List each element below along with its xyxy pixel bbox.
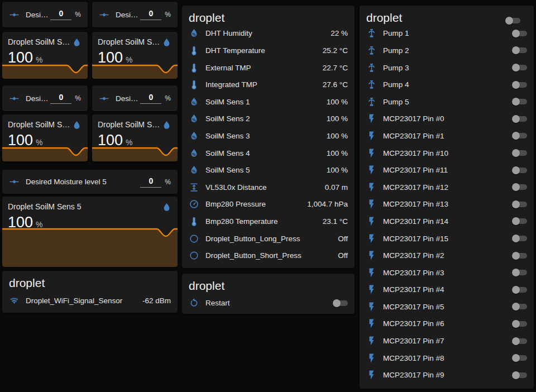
toggle-switch[interactable] [512,252,527,260]
toggle-switch[interactable] [512,46,527,54]
entity-row[interactable]: % SoilM Sens 2 100 % [182,111,355,128]
switch-row[interactable]: Pump 4 [360,76,534,93]
toggle-switch[interactable] [512,115,527,123]
card-title: droplet [366,11,402,25]
entity-row[interactable]: % SoilM Sens 4 100 % [182,145,355,162]
toggle-switch[interactable] [512,371,527,379]
entity-value: 1,004.7 hPa [307,200,348,208]
entity-label: Integrated TMP [205,80,318,89]
entity-row[interactable]: Droplet_Button_Long_Press Off [182,230,355,247]
switch-row[interactable]: MCP23017 Pin #5 [360,298,534,315]
entity-row[interactable]: % SoilM Sens 1 100 % [182,93,355,111]
toggle-switch[interactable] [512,235,527,242]
switch-row[interactable]: Pump 5 [360,93,534,111]
water-pump-icon [366,28,377,39]
entity-label: DHT Temperature [205,46,318,55]
toggle-switch[interactable] [512,354,527,362]
switch-row[interactable]: MCP23017 Pin #14 [360,213,534,230]
switch-row[interactable]: MCP23017 Pin #7 [360,332,534,350]
wifi-rows: Droplet_WiFi_Signal_Sensor -62 dBm [2,290,178,312]
entity-label: MCP23017 Pin #8 [383,354,508,362]
number-input[interactable]: 0 [140,9,161,20]
water-icon [161,120,172,131]
water-percent-icon: % [189,148,199,159]
toggle-switch[interactable] [333,299,348,307]
entity-row[interactable]: DHT Temperature 25.2 °C [182,42,355,59]
entity-row[interactable]: Integrated TMP 27.6 °C [182,76,355,93]
entity-label: MCP23017 Pin #14 [383,217,508,226]
switch-row[interactable]: Pump 1 [360,25,534,42]
switch-row[interactable]: Pump 3 [360,59,534,77]
entity-value: -62 dBm [142,297,171,305]
entity-value: 100 % [327,132,348,140]
number-input[interactable]: 0 [140,93,161,104]
number-input[interactable]: 0 [50,9,71,20]
toggle-switch[interactable] [512,64,527,71]
toggle-switch[interactable] [512,98,527,106]
history-graph [2,227,178,267]
soil-sensor-card[interactable]: Droplet SoilM Sens 3 100% [2,114,88,161]
water-pump-icon [366,97,377,107]
toggle-switch[interactable] [512,269,527,276]
switch-row[interactable]: MCP23017 Pin #8 [360,350,534,367]
switch-row[interactable]: MCP23017 Pin #6 [360,315,534,333]
soil-sensor-card[interactable]: Droplet SoilM Sens 4 100% [92,114,178,161]
toggle-switch[interactable] [512,183,527,191]
entity-row[interactable]: Droplet_WiFi_Signal_Sensor -62 dBm [2,290,178,312]
switch-row[interactable]: MCP23017 Pin #0 [360,111,534,128]
toggle-switch[interactable] [512,149,527,157]
desired-input-card-5: Desired Moisture level 5 0 % [2,170,178,194]
entity-row[interactable]: % SoilM Sens 5 100 % [182,161,355,179]
entity-row[interactable]: Bmp280 Temperature 23.1 °C [182,213,355,230]
switch-row[interactable]: Pump 2 [360,42,534,59]
input-label: Desired … [26,11,50,19]
entity-row[interactable]: % SoilM Sens 3 100 % [182,127,355,145]
number-input[interactable]: 0 [50,93,71,104]
unit-label: % [75,11,81,18]
toggle-switch[interactable] [512,30,527,37]
sensor-card-title: Droplet SoilM Sens 5 [8,202,161,211]
entity-value: 22 % [331,29,348,37]
toggle-switch[interactable] [512,81,527,89]
header-toggle-switch[interactable] [505,17,520,25]
toggle-switch[interactable] [512,217,527,225]
soil-sensor-card[interactable]: Droplet SoilM Sens 1 100% [2,32,88,79]
toggle-switch[interactable] [512,303,527,310]
toggle-switch[interactable] [512,337,527,345]
entity-label: Droplet_Button_Long_Press [205,235,333,243]
switch-row[interactable]: MCP23017 Pin #2 [360,247,534,264]
switch-row[interactable]: MCP23017 Pin #11 [360,161,534,179]
unit-label: % [75,94,81,102]
toggle-switch[interactable] [512,286,527,294]
flash-icon [366,370,377,380]
switch-row[interactable]: MCP23017 Pin #15 [360,230,534,247]
water-icon [71,120,82,131]
entity-row[interactable]: VL53L0x Distance 0.07 m [182,179,355,196]
entity-label: MCP23017 Pin #9 [383,371,508,379]
desired-inputs-row-1: Desired … 0 % Desired … 0 % [2,2,178,27]
thermometer-icon [189,45,199,56]
entity-label: MCP23017 Pin #0 [383,114,508,123]
entity-row[interactable]: External TMP 22.7 °C [182,59,355,77]
switch-row[interactable]: MCP23017 Pin #1 [360,127,534,145]
switch-row[interactable]: MCP23017 Pin #3 [360,264,534,281]
radiobox-blank-icon [189,250,199,261]
switch-row[interactable]: MCP23017 Pin #13 [360,196,534,213]
switch-row[interactable]: MCP23017 Pin #4 [360,281,534,299]
soil-sensor-card[interactable]: Droplet SoilM Sens 2 100% [92,32,178,79]
toggle-switch[interactable] [512,166,527,174]
soil-sensor-card-5[interactable]: Droplet SoilM Sens 5 100% [2,197,178,267]
toggle-switch[interactable] [512,200,527,208]
entity-row[interactable]: Droplet_Button_Short_Press Off [182,247,355,264]
entity-row[interactable]: % DHT Humidity 22 % [182,25,355,42]
switch-row[interactable]: MCP23017 Pin #10 [360,145,534,162]
flash-icon [366,233,377,244]
toggle-switch[interactable] [512,132,527,140]
wifi-card: droplet Droplet_WiFi_Signal_Sensor -62 d… [2,271,178,313]
toggle-switch[interactable] [512,320,527,328]
switch-row[interactable]: Restart [182,293,355,313]
entity-row[interactable]: Bmp280 Pressure 1,004.7 hPa [182,196,355,213]
switch-row[interactable]: MCP23017 Pin #9 [360,366,534,384]
switch-row[interactable]: MCP23017 Pin #12 [360,179,534,196]
number-input[interactable]: 0 [140,176,161,188]
